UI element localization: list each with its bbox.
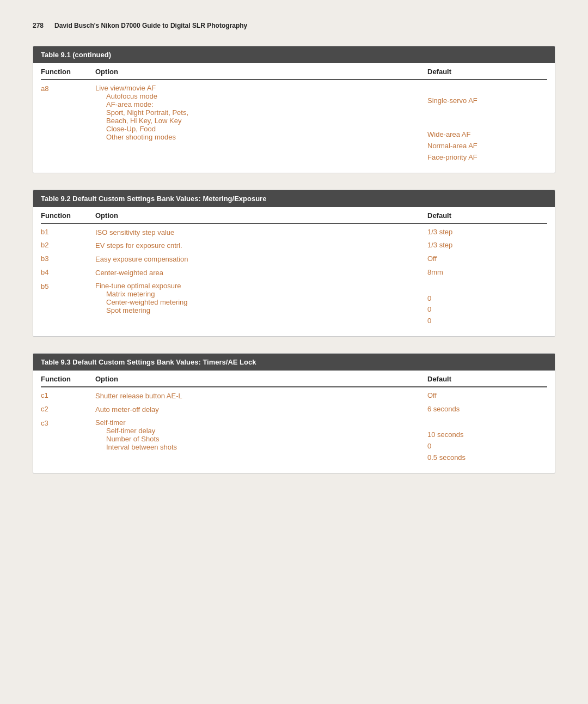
- option-sub: Other shooting modes: [95, 133, 427, 141]
- row-option-b2: EV steps for exposure cntrl.: [95, 240, 427, 252]
- row-function-b1: b1: [41, 227, 95, 239]
- row-options-c3: Self-timer Self-timer delay Number of Sh…: [95, 418, 427, 464]
- row-function-c3: c3: [41, 418, 95, 427]
- table-row: a8 Live view/movie AF Autofocus mode AF-…: [41, 82, 547, 165]
- table-9-1: Table 9.1 (continued) Function Option De…: [33, 46, 555, 173]
- table-9-3-headers: Function Option Default: [41, 371, 547, 387]
- row-option-b3: Easy exposure compensation: [95, 254, 427, 265]
- default-value: [427, 118, 547, 129]
- row-function-b2: b2: [41, 240, 95, 252]
- default-value: 0: [427, 304, 547, 315]
- option-sub: Autofocus mode: [95, 92, 427, 100]
- table-row: c1 Shutter release button AE-L Off: [41, 390, 547, 403]
- row-function-c2: c2: [41, 404, 95, 416]
- col-header-option: Option: [95, 68, 427, 76]
- col-header-default: Default: [427, 68, 547, 76]
- col-header-function: Function: [41, 68, 95, 76]
- default-value: Face-priority AF: [427, 152, 547, 163]
- row-defaults-b5: 0 0 0: [427, 282, 547, 327]
- row-default-b4: 8mm: [427, 268, 547, 279]
- table-row: b5 Fine-tune optimal exposure Matrix met…: [41, 280, 547, 329]
- option-main: Self-timer: [95, 418, 427, 427]
- table-row: b1 ISO sensitivity step value 1/3 step: [41, 226, 547, 240]
- row-default-b3: Off: [427, 254, 547, 265]
- default-value: [427, 84, 547, 95]
- default-value: 0.5 seconds: [427, 452, 547, 464]
- page-number: 278: [33, 22, 44, 29]
- row-default-c1: Off: [427, 391, 547, 402]
- option-sub: Interval between shots: [95, 443, 427, 451]
- table-9-2: Table 9.2 Default Custom Settings Bank V…: [33, 190, 555, 337]
- default-value: 0: [427, 293, 547, 305]
- row-function-b3: b3: [41, 254, 95, 265]
- default-value: [427, 282, 547, 293]
- row-options-b5: Fine-tune optimal exposure Matrix meteri…: [95, 282, 427, 327]
- option-sub: Number of Shots: [95, 435, 427, 443]
- table-row: b3 Easy exposure compensation Off: [41, 253, 547, 266]
- row-function-c1: c1: [41, 391, 95, 402]
- row-options-a8: Live view/movie AF Autofocus mode AF-are…: [95, 84, 427, 163]
- col-header-function: Function: [41, 211, 95, 220]
- col-header-default: Default: [427, 211, 547, 220]
- default-value: [427, 107, 547, 118]
- table-row: c2 Auto meter-off delay 6 seconds: [41, 403, 547, 417]
- row-defaults-a8: Single-servo AF Wide-area AF Normal-area…: [427, 84, 547, 163]
- row-default-b1: 1/3 step: [427, 227, 547, 239]
- option-sub: AF-area mode:: [95, 100, 427, 108]
- default-value: [427, 418, 547, 430]
- row-option-c2: Auto meter-off delay: [95, 404, 427, 416]
- row-default-b2: 1/3 step: [427, 240, 547, 252]
- table-row: c3 Self-timer Self-timer delay Number of…: [41, 417, 547, 465]
- row-option-b4: Center-weighted area: [95, 268, 427, 279]
- table-9-2-title: Table 9.2 Default Custom Settings Bank V…: [33, 190, 555, 207]
- option-sub: Close-Up, Food: [95, 125, 427, 133]
- table-9-3-title: Table 9.3 Default Custom Settings Bank V…: [33, 354, 555, 371]
- table-row: b2 EV steps for exposure cntrl. 1/3 step: [41, 239, 547, 253]
- default-value: 0: [427, 315, 547, 327]
- option-main: Live view/movie AF: [95, 84, 427, 92]
- table-9-1-headers: Function Option Default: [41, 63, 547, 80]
- page-title: David Busch's Nikon D7000 Guide to Digit…: [54, 22, 247, 29]
- row-defaults-c3: 10 seconds 0 0.5 seconds: [427, 418, 547, 464]
- option-sub: Matrix metering: [95, 290, 427, 298]
- default-value: Wide-area AF: [427, 129, 547, 141]
- option-sub: Center-weighted metering: [95, 298, 427, 306]
- col-header-option: Option: [95, 211, 427, 220]
- row-option-b1: ISO sensitivity step value: [95, 227, 427, 239]
- option-sub: Self-timer delay: [95, 427, 427, 435]
- row-default-c2: 6 seconds: [427, 404, 547, 416]
- table-9-3: Table 9.3 Default Custom Settings Bank V…: [33, 353, 555, 474]
- table-9-1-title: Table 9.1 (continued): [33, 46, 555, 63]
- option-sub: Beach, Hi Key, Low Key: [95, 117, 427, 125]
- default-value: Normal-area AF: [427, 141, 547, 152]
- default-value: 0: [427, 441, 547, 452]
- table-9-2-headers: Function Option Default: [41, 207, 547, 224]
- row-function-b4: b4: [41, 268, 95, 279]
- option-main: Fine-tune optimal exposure: [95, 282, 427, 290]
- option-sub: Sport, Night Portrait, Pets,: [95, 108, 427, 117]
- default-value: 10 seconds: [427, 429, 547, 441]
- col-header-option: Option: [95, 375, 427, 383]
- page-header: 278 David Busch's Nikon D7000 Guide to D…: [33, 22, 555, 29]
- row-function-a8: a8: [41, 84, 95, 93]
- col-header-function: Function: [41, 375, 95, 383]
- default-value: Single-servo AF: [427, 95, 547, 107]
- option-sub: Spot metering: [95, 306, 427, 314]
- table-row: b4 Center-weighted area 8mm: [41, 266, 547, 280]
- row-function-b5: b5: [41, 282, 95, 290]
- row-option-c1: Shutter release button AE-L: [95, 391, 427, 402]
- col-header-default: Default: [427, 375, 547, 383]
